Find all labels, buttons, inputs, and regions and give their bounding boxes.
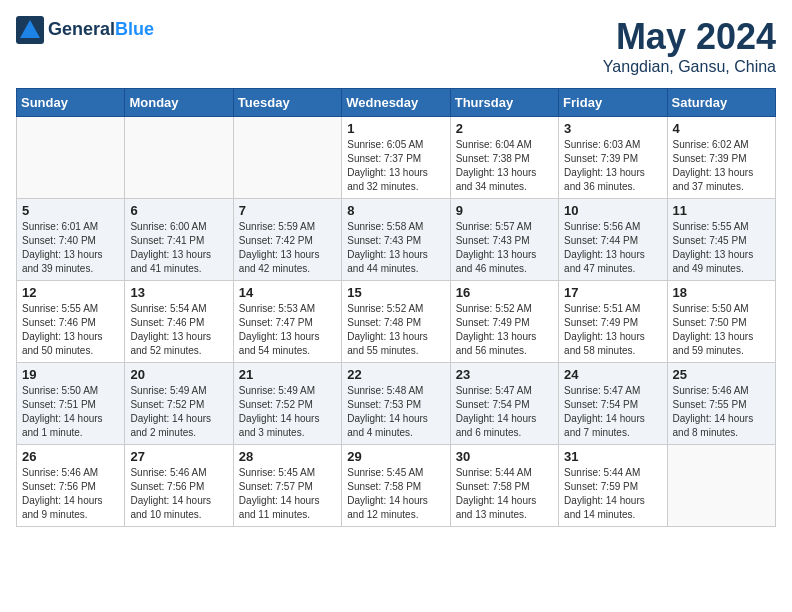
- day-number: 20: [130, 367, 227, 382]
- day-number: 29: [347, 449, 444, 464]
- cell-info-line: and 44 minutes.: [347, 262, 444, 276]
- logo-icon: [16, 16, 44, 44]
- cell-info-line: Sunset: 7:54 PM: [564, 398, 661, 412]
- calendar-cell: [125, 117, 233, 199]
- cell-info-line: Sunset: 7:40 PM: [22, 234, 119, 248]
- day-number: 31: [564, 449, 661, 464]
- cell-info-line: Daylight: 14 hours: [239, 494, 336, 508]
- day-number: 13: [130, 285, 227, 300]
- cell-info-line: Daylight: 13 hours: [347, 330, 444, 344]
- cell-info-line: Sunrise: 5:46 AM: [673, 384, 770, 398]
- cell-info-line: Sunrise: 5:46 AM: [22, 466, 119, 480]
- day-number: 5: [22, 203, 119, 218]
- day-number: 11: [673, 203, 770, 218]
- weekday-header-wednesday: Wednesday: [342, 89, 450, 117]
- cell-info-line: and 41 minutes.: [130, 262, 227, 276]
- day-number: 25: [673, 367, 770, 382]
- header-row: SundayMondayTuesdayWednesdayThursdayFrid…: [17, 89, 776, 117]
- cell-info-line: Sunset: 7:55 PM: [673, 398, 770, 412]
- cell-info-line: and 14 minutes.: [564, 508, 661, 522]
- cell-info-line: Daylight: 14 hours: [130, 494, 227, 508]
- calendar-cell: 22Sunrise: 5:48 AMSunset: 7:53 PMDayligh…: [342, 363, 450, 445]
- cell-info-line: and 34 minutes.: [456, 180, 553, 194]
- day-number: 26: [22, 449, 119, 464]
- cell-info-line: Sunset: 7:39 PM: [564, 152, 661, 166]
- day-number: 1: [347, 121, 444, 136]
- day-number: 19: [22, 367, 119, 382]
- logo: GeneralBlue: [16, 16, 154, 44]
- cell-info-line: and 56 minutes.: [456, 344, 553, 358]
- page-header: GeneralBlue May 2024 Yangdian, Gansu, Ch…: [16, 16, 776, 76]
- day-number: 12: [22, 285, 119, 300]
- cell-info-line: Daylight: 14 hours: [22, 412, 119, 426]
- cell-info-line: Sunset: 7:43 PM: [347, 234, 444, 248]
- cell-info-line: Sunset: 7:46 PM: [130, 316, 227, 330]
- cell-info-line: and 4 minutes.: [347, 426, 444, 440]
- cell-info-line: Sunrise: 5:55 AM: [22, 302, 119, 316]
- day-number: 9: [456, 203, 553, 218]
- cell-info-line: and 9 minutes.: [22, 508, 119, 522]
- cell-info-line: and 2 minutes.: [130, 426, 227, 440]
- day-number: 10: [564, 203, 661, 218]
- calendar-cell: 27Sunrise: 5:46 AMSunset: 7:56 PMDayligh…: [125, 445, 233, 527]
- calendar-cell: [667, 445, 775, 527]
- cell-info-line: Sunrise: 6:04 AM: [456, 138, 553, 152]
- week-row-2: 5Sunrise: 6:01 AMSunset: 7:40 PMDaylight…: [17, 199, 776, 281]
- cell-info-line: and 3 minutes.: [239, 426, 336, 440]
- day-number: 24: [564, 367, 661, 382]
- cell-info-line: and 6 minutes.: [456, 426, 553, 440]
- weekday-header-tuesday: Tuesday: [233, 89, 341, 117]
- cell-info-line: Sunset: 7:43 PM: [456, 234, 553, 248]
- calendar-cell: 10Sunrise: 5:56 AMSunset: 7:44 PMDayligh…: [559, 199, 667, 281]
- calendar-cell: 5Sunrise: 6:01 AMSunset: 7:40 PMDaylight…: [17, 199, 125, 281]
- cell-info-line: and 55 minutes.: [347, 344, 444, 358]
- calendar-cell: 20Sunrise: 5:49 AMSunset: 7:52 PMDayligh…: [125, 363, 233, 445]
- cell-info-line: Daylight: 13 hours: [564, 330, 661, 344]
- cell-info-line: and 54 minutes.: [239, 344, 336, 358]
- cell-info-line: Daylight: 13 hours: [347, 248, 444, 262]
- cell-info-line: Sunrise: 5:55 AM: [673, 220, 770, 234]
- cell-info-line: Sunrise: 6:01 AM: [22, 220, 119, 234]
- calendar-cell: 30Sunrise: 5:44 AMSunset: 7:58 PMDayligh…: [450, 445, 558, 527]
- day-number: 16: [456, 285, 553, 300]
- cell-info-line: Sunrise: 5:50 AM: [673, 302, 770, 316]
- cell-info-line: Daylight: 13 hours: [347, 166, 444, 180]
- cell-info-line: Sunset: 7:49 PM: [456, 316, 553, 330]
- day-number: 2: [456, 121, 553, 136]
- calendar-cell: 16Sunrise: 5:52 AMSunset: 7:49 PMDayligh…: [450, 281, 558, 363]
- cell-info-line: Sunset: 7:58 PM: [347, 480, 444, 494]
- cell-info-line: Sunset: 7:57 PM: [239, 480, 336, 494]
- cell-info-line: Daylight: 13 hours: [22, 248, 119, 262]
- cell-info-line: and 39 minutes.: [22, 262, 119, 276]
- cell-info-line: and 50 minutes.: [22, 344, 119, 358]
- cell-info-line: Sunset: 7:52 PM: [130, 398, 227, 412]
- logo-text-line1: GeneralBlue: [48, 20, 154, 40]
- weekday-header-friday: Friday: [559, 89, 667, 117]
- calendar-cell: 26Sunrise: 5:46 AMSunset: 7:56 PMDayligh…: [17, 445, 125, 527]
- cell-info-line: and 7 minutes.: [564, 426, 661, 440]
- cell-info-line: Sunset: 7:53 PM: [347, 398, 444, 412]
- cell-info-line: and 59 minutes.: [673, 344, 770, 358]
- cell-info-line: Daylight: 13 hours: [456, 330, 553, 344]
- cell-info-line: and 58 minutes.: [564, 344, 661, 358]
- week-row-1: 1Sunrise: 6:05 AMSunset: 7:37 PMDaylight…: [17, 117, 776, 199]
- cell-info-line: Sunset: 7:58 PM: [456, 480, 553, 494]
- day-number: 18: [673, 285, 770, 300]
- cell-info-line: Sunset: 7:56 PM: [130, 480, 227, 494]
- cell-info-line: Daylight: 13 hours: [456, 248, 553, 262]
- calendar-cell: 1Sunrise: 6:05 AMSunset: 7:37 PMDaylight…: [342, 117, 450, 199]
- cell-info-line: Sunset: 7:37 PM: [347, 152, 444, 166]
- cell-info-line: Sunrise: 5:48 AM: [347, 384, 444, 398]
- cell-info-line: Daylight: 14 hours: [564, 494, 661, 508]
- cell-info-line: Sunrise: 5:46 AM: [130, 466, 227, 480]
- calendar-cell: 12Sunrise: 5:55 AMSunset: 7:46 PMDayligh…: [17, 281, 125, 363]
- cell-info-line: Sunrise: 6:02 AM: [673, 138, 770, 152]
- cell-info-line: and 11 minutes.: [239, 508, 336, 522]
- cell-info-line: Sunrise: 5:47 AM: [564, 384, 661, 398]
- calendar-cell: [233, 117, 341, 199]
- logo-blue: Blue: [115, 19, 154, 39]
- day-number: 7: [239, 203, 336, 218]
- cell-info-line: Daylight: 13 hours: [22, 330, 119, 344]
- cell-info-line: Sunset: 7:49 PM: [564, 316, 661, 330]
- cell-info-line: Daylight: 13 hours: [239, 248, 336, 262]
